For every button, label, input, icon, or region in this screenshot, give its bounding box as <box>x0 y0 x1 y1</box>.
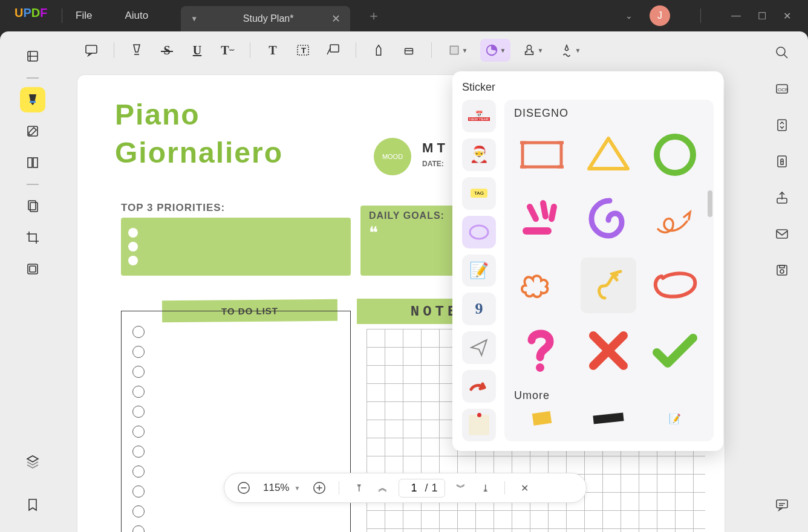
callout-tool[interactable] <box>322 39 345 62</box>
shape-tool[interactable]: ▼ <box>443 39 473 62</box>
window-close-icon[interactable]: ✕ <box>783 10 791 22</box>
reader-tool[interactable] <box>20 44 45 69</box>
window-minimize-icon[interactable]: — <box>731 10 741 21</box>
convert-icon[interactable] <box>773 116 791 134</box>
sticker-cat-tag[interactable]: TAG <box>462 177 496 210</box>
edit-tool[interactable] <box>20 118 45 144</box>
sticker-circle[interactable] <box>647 127 703 183</box>
separator <box>114 42 114 58</box>
sticker-grid-area: DISEGNO Umore 📝 <box>504 100 714 441</box>
protect-icon[interactable] <box>773 152 791 170</box>
sticker-question[interactable] <box>514 323 570 378</box>
svg-line-36 <box>530 207 536 219</box>
share-icon[interactable] <box>773 189 791 207</box>
sticker-cross[interactable] <box>581 323 636 378</box>
last-page-button[interactable]: ⤓ <box>477 479 494 496</box>
sticker-curly-arrow[interactable] <box>647 192 703 248</box>
page-indicator[interactable]: / 1 <box>399 479 445 498</box>
sticker-cat-number[interactable]: 9 <box>462 293 496 325</box>
redact-tool[interactable] <box>20 256 45 282</box>
text-tool[interactable]: T <box>261 39 284 62</box>
sticker-spiral[interactable] <box>581 192 636 248</box>
svg-rect-8 <box>30 266 36 272</box>
chevron-down-icon[interactable]: ⌄ <box>625 11 633 21</box>
page-input[interactable] <box>406 482 421 495</box>
email-icon[interactable] <box>773 225 791 243</box>
menu-file[interactable]: File <box>76 10 92 22</box>
pencil-tool[interactable] <box>367 39 390 62</box>
sticker-cat-newyear[interactable]: 📅NEW YEAR <box>462 100 496 132</box>
sticker-dashes[interactable] <box>514 192 570 248</box>
zoom-out-button[interactable] <box>235 479 252 496</box>
zoom-level[interactable]: 115%▼ <box>263 482 300 494</box>
page-tool[interactable] <box>20 150 45 175</box>
page-total: 1 <box>431 482 437 495</box>
document-tab[interactable]: ▼ Study Plan* ✕ <box>181 6 350 31</box>
eraser-tool[interactable] <box>397 39 420 62</box>
zoom-in-button[interactable] <box>311 479 328 496</box>
svg-rect-14 <box>450 46 458 54</box>
sticker-group-title-2: Umore <box>514 389 704 402</box>
sticker-panel: Sticker 📅NEW YEAR 🎅 TAG 📝 9 DISEGNO <box>452 71 723 451</box>
divider <box>27 184 39 185</box>
scrollbar-thumb[interactable] <box>708 190 712 217</box>
todo-item <box>132 426 145 438</box>
sticker-preview[interactable]: 📝 <box>647 409 703 427</box>
sticker-cloud[interactable] <box>514 258 570 313</box>
sticker-preview[interactable] <box>514 409 570 427</box>
sticker-zigzag-arrow[interactable] <box>581 258 636 313</box>
layers-tool[interactable] <box>20 449 45 474</box>
separator <box>356 42 356 58</box>
comment-tool[interactable] <box>20 87 45 112</box>
sticker-cat-notepad[interactable]: 📝 <box>462 255 496 287</box>
priority-dot <box>128 256 138 265</box>
note-tool[interactable] <box>80 39 103 62</box>
sticker-check[interactable] <box>647 323 703 378</box>
separator <box>250 42 250 58</box>
page-controls: 115%▼ ⤒ ︽ / 1 ︾ ⤓ ✕ <box>224 473 587 503</box>
svg-point-16 <box>527 45 531 50</box>
user-avatar[interactable]: J <box>650 5 670 26</box>
ocr-icon[interactable]: OCR <box>773 80 791 98</box>
crop-tool[interactable] <box>20 225 45 250</box>
sticker-cat-drawing[interactable] <box>462 216 496 248</box>
underline-tool[interactable]: U <box>186 39 209 62</box>
sticker-cat-arrow[interactable] <box>462 370 496 403</box>
tab-close-icon[interactable]: ✕ <box>331 12 340 25</box>
chat-icon[interactable] <box>773 496 791 514</box>
signature-tool[interactable]: ▼ <box>555 39 585 62</box>
textbox-tool[interactable]: T <box>292 39 314 62</box>
sticker-cat-plane[interactable] <box>462 331 496 364</box>
highlight-tool[interactable] <box>125 39 148 62</box>
svg-point-35 <box>657 137 693 173</box>
sticker-tool[interactable]: ▼ <box>480 39 510 62</box>
sticker-oval[interactable] <box>647 258 703 313</box>
tab-dropdown-icon[interactable]: ▼ <box>191 15 198 23</box>
sticker-cat-pinnote[interactable] <box>462 409 496 441</box>
tab-add-button[interactable]: ＋ <box>367 7 380 25</box>
svg-rect-9 <box>86 45 97 53</box>
next-page-button[interactable]: ︾ <box>452 479 469 496</box>
priorities-box <box>121 218 351 276</box>
window-maximize-icon[interactable]: ☐ <box>758 10 766 22</box>
todo-item <box>132 386 145 398</box>
sticker-preview[interactable] <box>581 409 636 427</box>
first-page-button[interactable]: ⤒ <box>350 479 367 496</box>
menu-help[interactable]: Aiuto <box>125 10 148 22</box>
search-icon[interactable] <box>773 44 791 62</box>
svg-rect-12 <box>330 45 339 52</box>
strikethrough-tool[interactable]: S— <box>155 39 178 62</box>
priority-dot <box>128 228 138 238</box>
svg-line-38 <box>552 207 554 219</box>
save-icon[interactable] <box>773 261 791 279</box>
prev-page-button[interactable]: ︽ <box>374 479 391 496</box>
todo-item <box>132 485 145 498</box>
bookmark-tool[interactable] <box>20 492 45 517</box>
sticker-cat-christmas[interactable]: 🎅 <box>462 138 496 171</box>
organize-tool[interactable] <box>20 193 45 219</box>
close-controls-button[interactable]: ✕ <box>516 479 533 496</box>
sticker-triangle[interactable] <box>581 127 636 183</box>
squiggly-tool[interactable]: T〰 <box>216 39 239 62</box>
sticker-rectangle[interactable] <box>514 127 570 183</box>
stamp-tool[interactable]: ▼ <box>518 39 548 62</box>
